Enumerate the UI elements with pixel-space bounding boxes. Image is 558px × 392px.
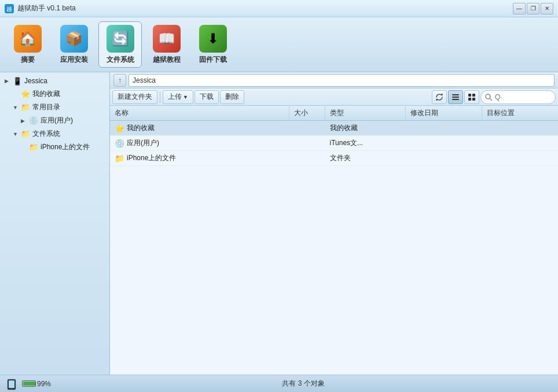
app-icon: 越 [5, 4, 14, 13]
sidebar-icon-favorites: ⭐ [21, 90, 30, 99]
cell-modified-favorites-row [406, 121, 482, 136]
cell-type-favorites-row: 我的收藏 [325, 121, 406, 136]
col-size[interactable]: 大小 [289, 106, 325, 121]
window-controls: — ❐ ✕ [513, 3, 553, 14]
svg-rect-10 [9, 380, 14, 388]
svg-rect-7 [468, 98, 471, 101]
sidebar-item-iphone-files[interactable]: 📁iPhone上的文件 [0, 140, 109, 154]
toolbar-label-jailbreak: 越狱教程 [153, 55, 181, 65]
address-bar: ↑ [110, 72, 558, 88]
minimize-button[interactable]: — [513, 3, 526, 14]
svg-rect-5 [468, 94, 471, 97]
toolbar-icon-summary: 🏠 [14, 25, 42, 53]
file-icon-favorites-row: ⭐ [115, 124, 124, 133]
expand-icon: ▶ [5, 78, 10, 84]
cell-modified-iphone-files-row [406, 151, 482, 166]
file-name-apps-user-row: 应用(用户) [127, 138, 159, 148]
sidebar-icon-common-dirs: 📁 [21, 103, 30, 112]
delete-button[interactable]: 删除 [220, 90, 244, 104]
upload-label: 上传 [168, 92, 182, 102]
toolbar-btn-jailbreak[interactable]: 📖越狱教程 [145, 21, 188, 68]
svg-point-11 [11, 388, 12, 389]
toolbar-btn-firmware[interactable]: ⬇固件下载 [191, 21, 234, 68]
address-input[interactable] [129, 74, 555, 87]
sidebar-label-device-root: Jessica [24, 77, 47, 85]
sidebar-item-device-root[interactable]: ▶📱Jessica [0, 75, 109, 87]
sidebar: ▶📱Jessica⭐我的收藏▼📁常用目录▶💿应用(用户)▼📁文件系统📁iPhon… [0, 72, 110, 375]
file-table: 名称 大小 类型 修改日期 目标位置 ⭐我的收藏我的收藏💿应用(用户)iTune… [110, 106, 558, 375]
sidebar-label-filesystem: 文件系统 [32, 129, 60, 139]
table-header-row: 名称 大小 类型 修改日期 目标位置 [110, 106, 558, 121]
toolbar-btn-filesystem[interactable]: 🔄文件系统 [98, 21, 142, 68]
sidebar-item-common-dirs[interactable]: ▼📁常用目录 [0, 101, 109, 114]
file-icon-apps-user-row: 💿 [115, 139, 124, 148]
col-name[interactable]: 名称 [110, 106, 289, 121]
expand-icon: ▼ [13, 131, 19, 137]
battery-fill [23, 382, 35, 386]
sidebar-icon-apps-user: 💿 [29, 116, 38, 125]
files-table: 名称 大小 类型 修改日期 目标位置 ⭐我的收藏我的收藏💿应用(用户)iTune… [110, 106, 558, 166]
svg-rect-8 [472, 98, 475, 101]
restore-button[interactable]: ❐ [527, 3, 539, 14]
table-row-iphone-files-row[interactable]: 📁iPhone上的文件文件夹 [110, 151, 558, 166]
back-button[interactable]: ↑ [113, 74, 126, 87]
table-row-apps-user-row[interactable]: 💿应用(用户)iTunes文... [110, 136, 558, 151]
search-input[interactable] [480, 90, 556, 104]
sidebar-label-favorites: 我的收藏 [32, 89, 60, 99]
separator-1 [160, 91, 160, 103]
col-type[interactable]: 类型 [325, 106, 406, 121]
toolbar-label-summary: 摘要 [21, 55, 35, 65]
app-title: 越狱助手 v0.1 beta [17, 3, 513, 13]
cell-size-favorites-row [289, 121, 325, 136]
cell-modified-apps-user-row [406, 136, 482, 151]
svg-text:越: 越 [6, 6, 12, 12]
svg-rect-3 [452, 97, 459, 98]
cell-name-apps-user-row: 💿应用(用户) [110, 136, 289, 151]
col-target[interactable]: 目标位置 [482, 106, 558, 121]
cell-size-apps-user-row [289, 136, 325, 151]
cell-type-iphone-files-row: 文件夹 [325, 151, 406, 166]
content-area: ↑ 新建文件夹 上传 ▼ 下载 删除 [110, 72, 558, 375]
refresh-button[interactable] [432, 90, 447, 104]
battery-icon: 99% [22, 380, 51, 388]
close-button[interactable]: ✕ [541, 3, 553, 14]
expand-icon: ▶ [21, 118, 27, 124]
file-icon-iphone-files-row: 📁 [115, 154, 124, 163]
file-list: ⭐我的收藏我的收藏💿应用(用户)iTunes文...📁iPhone上的文件文件夹 [110, 121, 558, 166]
svg-rect-2 [452, 94, 459, 95]
svg-rect-6 [472, 94, 475, 97]
cell-size-iphone-files-row [289, 151, 325, 166]
sidebar-label-iphone-files: iPhone上的文件 [41, 142, 90, 152]
toolbar-btn-appinstall[interactable]: 📦应用安装 [52, 21, 96, 68]
toolbar-label-appinstall: 应用安装 [60, 55, 88, 65]
col-modified[interactable]: 修改日期 [406, 106, 482, 121]
cell-target-favorites-row [482, 121, 558, 136]
sidebar-icon-device-root: 📱 [13, 76, 22, 86]
sidebar-label-apps-user: 应用(用户) [41, 116, 73, 125]
download-button[interactable]: 下载 [194, 90, 219, 104]
list-view-button[interactable] [448, 90, 463, 104]
grid-view-button[interactable] [464, 90, 479, 104]
toolbar-icon-filesystem: 🔄 [107, 25, 134, 53]
main-area: ▶📱Jessica⭐我的收藏▼📁常用目录▶💿应用(用户)▼📁文件系统📁iPhon… [0, 72, 558, 375]
sidebar-item-filesystem[interactable]: ▼📁文件系统 [0, 127, 109, 140]
cell-target-apps-user-row [482, 136, 558, 151]
battery-percent: 99% [37, 380, 51, 388]
new-folder-button[interactable]: 新建文件夹 [112, 90, 157, 104]
sidebar-item-favorites[interactable]: ⭐我的收藏 [0, 87, 109, 101]
main-toolbar: 🏠摘要📦应用安装🔄文件系统📖越狱教程⬇固件下载 [0, 17, 558, 72]
sidebar-icon-filesystem: 📁 [21, 130, 30, 139]
cell-name-iphone-files-row: 📁iPhone上的文件 [110, 151, 289, 166]
cell-target-iphone-files-row [482, 151, 558, 166]
toolbar-label-filesystem: 文件系统 [107, 55, 134, 65]
sidebar-item-apps-user[interactable]: ▶💿应用(用户) [0, 114, 109, 127]
table-row-favorites-row[interactable]: ⭐我的收藏我的收藏 [110, 121, 558, 136]
toolbar-icon-jailbreak: 📖 [153, 25, 181, 53]
file-name-favorites-row: 我的收藏 [127, 123, 155, 133]
file-name-iphone-files-row: iPhone上的文件 [127, 153, 176, 163]
svg-rect-4 [452, 99, 459, 100]
expand-icon: ▼ [13, 105, 19, 110]
upload-button[interactable]: 上传 ▼ [163, 90, 193, 104]
file-toolbar: 新建文件夹 上传 ▼ 下载 删除 [110, 88, 558, 106]
toolbar-btn-summary[interactable]: 🏠摘要 [6, 21, 49, 68]
